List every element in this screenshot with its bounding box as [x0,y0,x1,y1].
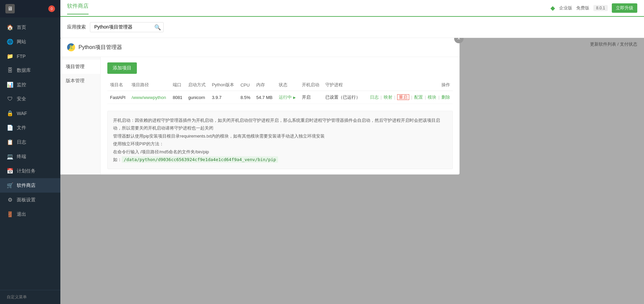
sidebar-label-cron: 计划任务 [17,168,36,174]
cell-actions: 日志 | 映射 | 重启 | 配置 | 模块 [364,91,453,104]
shop-icon: 🛒 [7,182,13,189]
database-icon: 🗄 [7,67,13,73]
sidebar-item-home[interactable]: 🏠 首页 [0,20,60,35]
sidebar-item-database[interactable]: 🗄 数据库 [0,63,60,78]
sidebar-item-monitor[interactable]: 📊 监控 [0,78,60,92]
sidebar-item-cron[interactable]: 📅 计划任务 [0,164,60,178]
action-module[interactable]: 模块 [428,95,436,100]
free-label: 免费版 [576,5,589,11]
terminal-icon: 💻 [7,153,13,160]
sidebar-label-ftp: FTP [17,54,25,59]
sidebar-logo: 🖥 [5,4,15,13]
main-content: 软件商店 ◆ 企业版 免费版 8.0.1 立即升级 应用搜索 🔍 更新软件列表 … [60,0,644,304]
sidebar-item-logs[interactable]: 📋 日志 [0,135,60,149]
action-config[interactable]: 配置 [414,95,423,100]
sep5: | [438,95,441,100]
action-restart[interactable]: 重启 [397,94,409,100]
info-line-4: 在命令行输入 /项目路径/md5命名的文件夹/bin/pip [113,148,447,156]
logout-icon: 🚪 [7,211,13,217]
website-icon: 🌐 [7,39,13,45]
cell-cpu: 8.5% [238,91,254,104]
sep2: | [394,95,396,100]
home-icon: 🏠 [7,24,13,31]
action-logs[interactable]: 日志 [370,95,379,100]
search-label: 应用搜索 [67,24,86,30]
sidebar-label-shop: 软件商店 [17,183,36,189]
search-button[interactable]: 🔍 [154,24,161,31]
action-delete[interactable]: 删除 [441,95,450,100]
status-running: 运行中 ▶ [279,94,297,100]
col-header-guardian: 守护进程 [323,79,364,91]
diamond-icon: ◆ [550,4,555,12]
status-running-text: 运行中 [279,94,292,100]
modal-sidebar-item-version-management[interactable]: 版本管理 [60,74,100,88]
sidebar-label-monitor: 监控 [17,82,26,88]
search-input[interactable] [90,22,164,32]
col-header-boot: 开机启动 [299,79,323,91]
col-header-name: 项目名 [107,79,129,91]
sidebar-label-settings: 面板设置 [17,197,36,203]
sidebar-footer-custom-menu[interactable]: 自定义菜单 [0,290,60,304]
col-header-start-mode: 启动方式 [185,79,209,91]
sidebar-item-ftp[interactable]: 📁 FTP [0,49,60,63]
modal-title: Python项目管理器 [78,44,122,51]
sidebar-label-terminal: 终端 [17,154,26,160]
cell-start-mode: gunicorn [185,91,209,104]
table-header-row: 项目名 项目路径 端口 启动方式 Python版本 CPU 内存 状态 开机启动 [107,79,453,91]
cell-port: 8081 [170,91,185,104]
page-body: 更新软件列表 / 支付状态 🐍 Python项目管理器 × 项目管理 版本管理 [60,38,644,304]
sidebar-label-waf: WAF [17,111,27,116]
sep4: | [425,95,427,100]
col-header-path: 项目路径 [129,79,170,91]
waf-icon: 🔒 [7,110,13,116]
cell-project-path: /www/wwwpython [129,91,170,104]
info-line-2: 管理器默认使用pip安装项目根目录requirements.txt内的模块，如有… [113,132,447,140]
sidebar-label-home: 首页 [17,24,26,31]
cell-guardian: 已设置（已运行） [323,91,364,104]
modal-header: 🐍 Python项目管理器 × [60,38,460,57]
sidebar-item-logout[interactable]: 🚪 退出 [0,207,60,221]
sidebar-label-website: 网站 [17,39,26,45]
logs-icon: 📋 [7,139,13,145]
modal-main: 添加项目 项目名 项目路径 端口 启动方式 Python版本 CP [101,57,460,174]
cell-boot: 开启 [299,91,323,104]
project-path-link[interactable]: /www/wwwpython [131,95,166,100]
search-bar: 应用搜索 🔍 [60,17,644,38]
pip-path-example: /data/python/d9036cc6563924cf9e1da4e1cd6… [122,156,278,163]
cell-status: 运行中 ▶ [276,91,299,104]
project-table: 项目名 项目路径 端口 启动方式 Python版本 CPU 内存 状态 开机启动 [107,79,453,104]
info-line-1: 开机启动：因依赖的进程守护管理器插件为开机启动，如关闭开机启动但守护进程开启，那… [113,116,447,132]
info-code-example: 如：/data/python/d9036cc6563924cf9e1da4e1c… [113,156,447,163]
security-icon: 🛡 [7,96,13,102]
python-icon: 🐍 [67,43,75,51]
table-row: FastAPI /www/wwwpython 8081 gunicorn 3.9… [107,91,453,104]
action-mapping[interactable]: 映射 [384,95,392,100]
notification-badge: 0 [48,5,55,12]
col-header-port: 端口 [170,79,185,91]
sidebar-label-security: 安全 [17,96,26,102]
cell-memory: 54.7 MB [254,91,276,104]
sidebar-item-security[interactable]: 🛡 安全 [0,92,60,106]
sidebar-item-website[interactable]: 🌐 网站 [0,35,60,49]
add-project-button[interactable]: 添加项目 [107,62,137,74]
info-box: 开机启动：因依赖的进程守护管理器插件为开机启动，如关闭开机启动但守护进程开启，那… [107,111,453,169]
upgrade-button[interactable]: 立即升级 [612,3,637,13]
sidebar-label-logout: 退出 [17,211,26,217]
topbar-right: ◆ 企业版 免费版 8.0.1 立即升级 [550,3,637,13]
edition-label: 企业版 [559,5,572,11]
sep3: | [411,95,414,100]
col-header-status: 状态 [276,79,299,91]
sidebar-item-terminal[interactable]: 💻 终端 [0,149,60,164]
topbar: 软件商店 ◆ 企业版 免费版 8.0.1 立即升级 [60,0,644,17]
modal-close-button[interactable]: × [454,38,464,43]
sidebar-item-settings[interactable]: ⚙ 面板设置 [0,193,60,207]
sidebar-item-waf[interactable]: 🔒 WAF [0,106,60,120]
sidebar: 🖥 0 🏠 首页 🌐 网站 📁 FTP 🗄 数据库 📊 监控 🛡 安全 🔒 [0,0,60,304]
modal-sidebar-item-project-management[interactable]: 项目管理 [60,60,100,74]
search-input-wrap: 🔍 [90,22,164,32]
col-header-python-version: Python版本 [209,79,238,91]
col-header-memory: 内存 [254,79,276,91]
sidebar-label-logs: 日志 [17,139,26,145]
sidebar-item-shop[interactable]: 🛒 软件商店 [0,178,60,193]
sidebar-item-files[interactable]: 📄 文件 [0,120,60,135]
